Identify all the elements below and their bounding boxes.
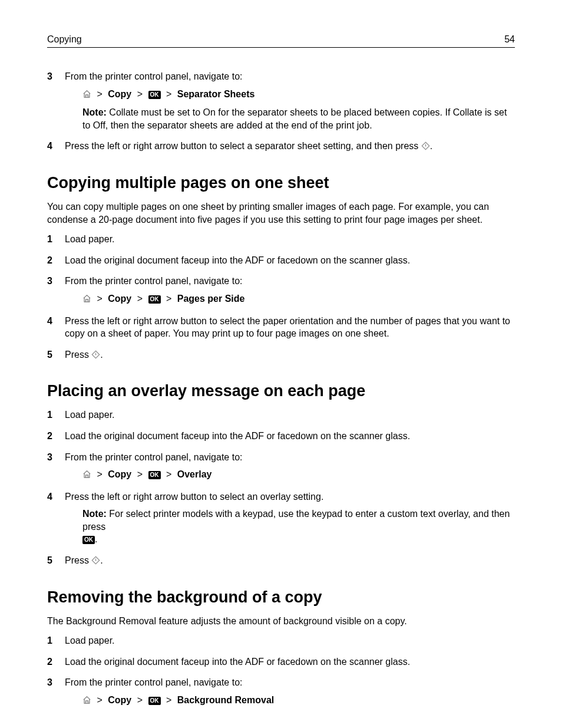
- step-number: 1: [47, 634, 52, 647]
- step-3: 3 From the printer control panel, naviga…: [47, 70, 515, 131]
- nav-separator: >: [163, 294, 174, 304]
- nav-separator: >: [134, 294, 146, 304]
- nav-path: > Copy > OK > Separator Sheets: [82, 88, 515, 102]
- nav-separator: >: [163, 89, 174, 99]
- nav-copy-label: Copy: [108, 89, 131, 99]
- nav-copy-label: Copy: [108, 695, 131, 705]
- step-text-before: Press: [65, 555, 91, 565]
- header-title: Copying: [47, 34, 82, 45]
- section-title-background: Removing the background of a copy: [47, 588, 515, 607]
- step-text: From the printer control panel, navigate…: [65, 276, 243, 286]
- step-number: 5: [47, 554, 52, 567]
- ok-icon: OK: [148, 91, 161, 99]
- step-number: 1: [47, 233, 52, 246]
- step-text: Load paper.: [65, 410, 115, 420]
- home-icon: [82, 695, 91, 708]
- step-text: Press the left or right arrow button to …: [65, 316, 510, 339]
- step-list-continuation: 3 From the printer control panel, naviga…: [47, 70, 515, 154]
- note-text: Collate must be set to On for the separa…: [82, 107, 507, 130]
- step-c2: 2 Load the original document faceup into…: [47, 655, 515, 668]
- note-label: Note:: [82, 509, 107, 519]
- step-number: 3: [47, 275, 52, 288]
- step-a4: 4 Press the left or right arrow button t…: [47, 315, 515, 340]
- step-b5: 5 Press .: [47, 554, 515, 568]
- nav-separator: >: [163, 469, 174, 479]
- note-text-before: For select printer models with a keypad,…: [82, 509, 510, 532]
- note-paragraph: Note: For select printer models with a k…: [82, 508, 515, 546]
- nav-separator: >: [134, 469, 146, 479]
- ok-icon: OK: [82, 536, 95, 544]
- nav-path: > Copy > OK > Pages per Side: [82, 292, 515, 307]
- step-list-b: 1 Load paper. 2 Load the original docume…: [47, 409, 515, 568]
- nav-copy-label: Copy: [108, 294, 131, 304]
- step-text: From the printer control panel, navigate…: [65, 677, 243, 687]
- step-b3: 3 From the printer control panel, naviga…: [47, 451, 515, 482]
- ok-icon: OK: [148, 295, 161, 304]
- section-intro: You can copy multiple pages on one sheet…: [47, 200, 515, 226]
- section-title-multiple-pages: Copying multiple pages on one sheet: [47, 174, 515, 192]
- nav-target-label: Overlay: [177, 469, 212, 479]
- step-text: Load the original document faceup into t…: [65, 431, 410, 441]
- note-paragraph: Note: Collate must be set to On for the …: [82, 106, 515, 131]
- nav-path: > Copy > OK > Background Removal: [82, 694, 515, 708]
- nav-separator: >: [94, 294, 105, 304]
- step-text-before: Press the left or right arrow button to …: [65, 141, 421, 151]
- nav-copy-label: Copy: [108, 469, 131, 479]
- step-b1: 1 Load paper.: [47, 409, 515, 421]
- step-4: 4 Press the left or right arrow button t…: [47, 140, 515, 154]
- ok-icon: OK: [148, 697, 161, 705]
- step-number: 3: [47, 676, 52, 689]
- step-number: 1: [47, 409, 52, 421]
- nav-separator: >: [94, 469, 105, 479]
- step-text-before: Press: [65, 350, 91, 360]
- step-text: Load the original document faceup into t…: [65, 657, 410, 667]
- step-b4: 4 Press the left or right arrow button t…: [47, 490, 515, 546]
- step-number: 5: [47, 348, 52, 361]
- nav-target-label: Pages per Side: [177, 294, 245, 304]
- note-label: Note:: [82, 107, 107, 117]
- note-text-after: .: [95, 534, 97, 544]
- nav-target-label: Background Removal: [177, 695, 274, 705]
- step-text: Load paper.: [65, 234, 115, 244]
- step-number: 2: [47, 430, 52, 443]
- section-intro: The Background Removal feature adjusts t…: [47, 615, 515, 628]
- running-header: Copying 54: [47, 34, 515, 48]
- nav-separator: >: [94, 695, 105, 705]
- ok-icon: OK: [148, 471, 161, 479]
- step-c3: 3 From the printer control panel, naviga…: [47, 676, 515, 707]
- nav-separator: >: [134, 695, 146, 705]
- step-number: 4: [47, 140, 52, 153]
- nav-separator: >: [134, 89, 146, 99]
- step-b2: 2 Load the original document faceup into…: [47, 430, 515, 443]
- step-a3: 3 From the printer control panel, naviga…: [47, 275, 515, 306]
- start-icon: [91, 555, 100, 568]
- step-text-after: .: [100, 350, 103, 360]
- step-list-a: 1 Load paper. 2 Load the original docume…: [47, 233, 515, 362]
- nav-target-label: Separator Sheets: [177, 89, 255, 99]
- step-text: Load the original document faceup into t…: [65, 255, 410, 265]
- nav-separator: >: [163, 695, 174, 705]
- step-text: Load paper.: [65, 635, 115, 645]
- step-number: 3: [47, 70, 52, 83]
- home-icon: [82, 89, 91, 102]
- step-c1: 1 Load paper.: [47, 634, 515, 647]
- step-number: 3: [47, 451, 52, 464]
- step-number: 4: [47, 315, 52, 328]
- step-list-c: 1 Load paper. 2 Load the original docume…: [47, 634, 515, 707]
- step-text-after: .: [100, 555, 103, 565]
- step-a5: 5 Press .: [47, 348, 515, 363]
- step-text-after: .: [430, 141, 432, 151]
- page-number: 54: [504, 34, 515, 45]
- step-a1: 1 Load paper.: [47, 233, 515, 246]
- home-icon: [82, 469, 91, 482]
- home-icon: [82, 294, 91, 307]
- step-a2: 2 Load the original document faceup into…: [47, 254, 515, 267]
- start-icon: [421, 141, 430, 154]
- nav-separator: >: [94, 89, 105, 99]
- step-number: 2: [47, 655, 52, 668]
- start-icon: [91, 350, 100, 363]
- step-text: From the printer control panel, navigate…: [65, 71, 243, 81]
- section-title-overlay: Placing an overlay message on each page: [47, 382, 515, 400]
- step-text: From the printer control panel, navigate…: [65, 452, 243, 462]
- step-text: Press the left or right arrow button to …: [65, 492, 323, 502]
